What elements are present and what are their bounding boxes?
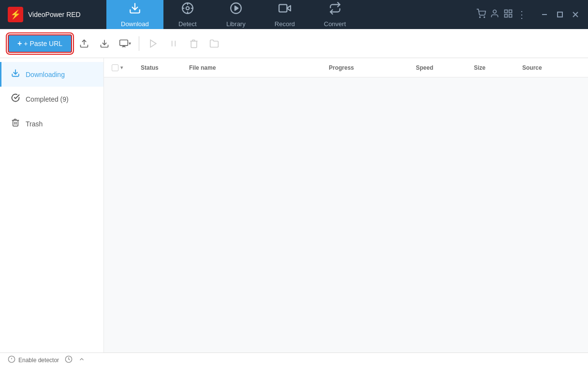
cart-icon[interactable] (476, 9, 486, 21)
col-header-filename: File name (189, 64, 329, 71)
sidebar-item-completed[interactable]: Completed (9) (0, 87, 103, 111)
select-all-checkbox[interactable] (112, 64, 118, 71)
download-tab-icon (129, 2, 141, 17)
brand-section: ⚡ VideoPower RED (0, 0, 106, 29)
col-header-status: Status (141, 64, 189, 71)
toolbar: + + Paste URL ▾ (0, 29, 588, 58)
record-tab-icon (279, 2, 291, 17)
clock-icon (65, 355, 73, 365)
delete-button[interactable] (186, 35, 202, 52)
svg-point-11 (480, 16, 481, 17)
checkbox-dropdown-icon[interactable]: ▾ (120, 65, 123, 70)
col-header-source: Source (522, 64, 580, 71)
svg-point-2 (186, 6, 190, 10)
tab-detect[interactable]: Detect (163, 0, 212, 29)
svg-rect-14 (505, 10, 508, 13)
trash-icon (11, 118, 20, 129)
tab-convert-label: Convert (324, 20, 346, 28)
minimize-button[interactable] (538, 8, 551, 21)
paste-url-plus: + (17, 39, 22, 48)
svg-marker-8 (235, 6, 238, 10)
convert-tab-icon (329, 2, 341, 17)
tab-record-label: Record (275, 20, 295, 28)
logo-symbol: ⚡ (10, 9, 21, 20)
tab-record[interactable]: Record (260, 0, 309, 29)
pause-button[interactable] (165, 35, 182, 52)
svg-rect-19 (558, 12, 562, 17)
col-header-progress: Progress (329, 64, 416, 71)
table-header: ▾ Status File name Progress Speed Size S… (104, 58, 588, 77)
svg-rect-16 (505, 14, 508, 17)
main-layout: Downloading Completed (9) Trash (0, 58, 588, 352)
svg-point-13 (493, 10, 497, 13)
sidebar-item-trash[interactable]: Trash (0, 111, 103, 136)
sidebar-trash-label: Trash (26, 120, 43, 128)
enable-detector-item[interactable]: Enable detector (8, 355, 59, 365)
col-header-speed: Speed (416, 64, 474, 71)
paste-url-label: + Paste URL (24, 40, 62, 47)
svg-rect-24 (119, 40, 128, 46)
resume-button[interactable] (145, 35, 162, 52)
app-logo: ⚡ (8, 7, 23, 22)
sidebar: Downloading Completed (9) Trash (0, 58, 104, 352)
svg-marker-9 (287, 5, 291, 11)
tab-download-label: Download (121, 20, 149, 28)
more-icon[interactable]: ⋮ (517, 9, 527, 20)
sidebar-downloading-label: Downloading (26, 71, 65, 78)
tab-convert[interactable]: Convert (309, 0, 361, 29)
tab-detect-label: Detect (178, 20, 197, 28)
upload-button[interactable] (76, 35, 92, 52)
video-convert-button[interactable]: ▾ (117, 35, 133, 52)
library-tab-icon (230, 2, 242, 17)
close-button[interactable] (569, 8, 582, 21)
svg-rect-15 (509, 10, 512, 13)
content-area: ▾ Status File name Progress Speed Size S… (104, 58, 588, 352)
maximize-button[interactable] (553, 8, 567, 21)
tab-download[interactable]: Download (106, 0, 163, 29)
downloading-icon (11, 69, 20, 80)
detector-circle-icon (8, 355, 15, 365)
top-icons: ⋮ (471, 0, 532, 29)
time-icon-item[interactable] (65, 355, 73, 365)
svg-rect-17 (509, 14, 512, 17)
table-header-checkbox: ▾ (112, 64, 141, 71)
tab-library[interactable]: Library (212, 0, 260, 29)
detect-tab-icon (181, 2, 194, 17)
completed-icon (11, 93, 20, 105)
table-body (104, 77, 588, 352)
svg-point-12 (484, 16, 485, 17)
grid-icon[interactable] (503, 9, 513, 21)
chevron-up-item[interactable] (78, 356, 85, 364)
open-folder-button[interactable] (206, 35, 222, 52)
toolbar-divider (139, 36, 139, 51)
download-to-button[interactable] (96, 35, 113, 52)
user-icon[interactable] (490, 9, 500, 21)
app-title: VideoPower RED (28, 11, 81, 18)
enable-detector-label: Enable detector (18, 357, 59, 364)
nav-tabs: Download Detect (106, 0, 471, 29)
sidebar-item-downloading[interactable]: Downloading (0, 62, 103, 87)
sidebar-completed-label: Completed (9) (26, 95, 69, 103)
app-header: ⚡ VideoPower RED Download (0, 0, 588, 29)
svg-marker-26 (150, 40, 156, 47)
col-header-size: Size (474, 64, 522, 71)
paste-url-button[interactable]: + + Paste URL (8, 34, 72, 53)
tab-library-label: Library (226, 20, 246, 28)
window-controls (532, 0, 588, 29)
chevron-up-icon (78, 356, 85, 364)
svg-rect-10 (279, 4, 287, 12)
status-bar: Enable detector (0, 352, 588, 367)
